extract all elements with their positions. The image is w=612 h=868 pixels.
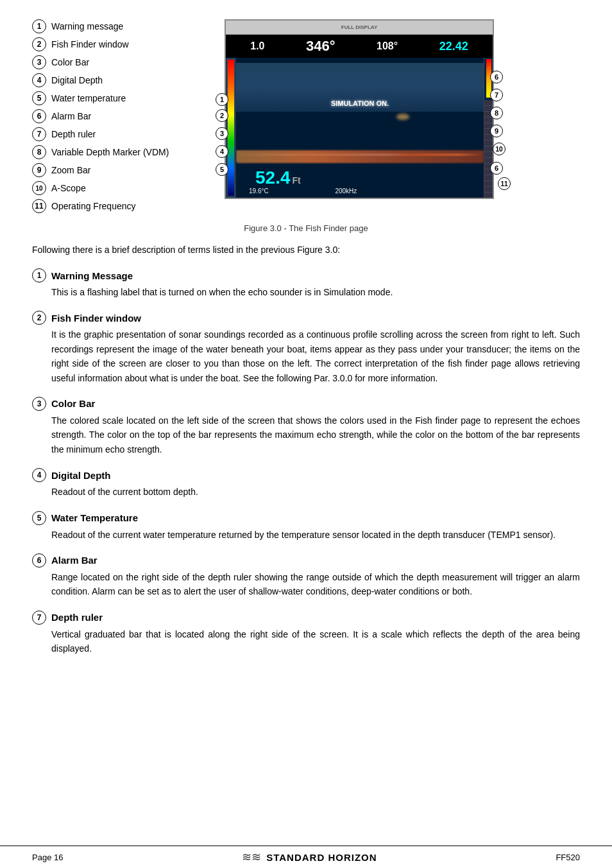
legend-num-10: 10 <box>32 181 46 195</box>
ff-bearing-val: 346° <box>306 38 336 55</box>
callout-5: 5 <box>216 163 228 176</box>
ff-main-sonar: SIMULATION ON. 52.4Ft 19.6°C 200kHz <box>236 58 484 198</box>
legend-num-7: 7 <box>32 127 46 141</box>
section-header-3: 3 Color Bar <box>32 397 580 411</box>
legend-item-10: 10A-Scope <box>32 181 212 195</box>
footer-model: FF520 <box>556 853 580 862</box>
section-body-5: Readout of the current water temperature… <box>51 528 580 542</box>
page-content: 1Warning message2Fish Finder window3Colo… <box>32 19 580 655</box>
sonar-bottom <box>236 150 484 163</box>
legend-label-11: Operating Frequency <box>51 201 136 211</box>
section-2: 2 Fish Finder window It is the graphic p… <box>32 311 580 385</box>
section-1: 1 Warning Message This is a flashing lab… <box>32 268 580 299</box>
legend-num-2: 2 <box>32 37 46 51</box>
legend-label-3: Color Bar <box>51 57 89 67</box>
footer-brand: STANDARD HORIZON <box>266 852 377 863</box>
ff-freq-display: 200kHz <box>335 187 357 195</box>
callout-8: 8 <box>490 107 503 119</box>
legend-label-1: Warning message <box>51 21 123 31</box>
section-title-1: Warning Message <box>51 270 133 281</box>
footer-logo: ≋≋ STANDARD HORIZON <box>242 850 377 864</box>
footer: Page 16 ≋≋ STANDARD HORIZON FF520 <box>0 846 612 868</box>
callout-9: 9 <box>490 125 503 137</box>
section-title-7: Depth ruler <box>51 612 103 623</box>
legend-label-4: Digital Depth <box>51 75 103 85</box>
legend-item-6: 6Alarm Bar <box>32 109 212 123</box>
section-num-7: 7 <box>32 611 46 625</box>
logo-waves-icon: ≋≋ <box>242 850 261 864</box>
ff-body: SIMULATION ON. 52.4Ft 19.6°C 200kHz <box>226 58 493 198</box>
section-title-2: Fish Finder window <box>51 313 141 324</box>
legend-item-11: 11Operating Frequency <box>32 199 212 213</box>
section-body-3: The colored scale located on the left si… <box>51 413 580 456</box>
ff-depth-display: 52.4Ft <box>255 168 301 188</box>
figure-caption: Figure 3.0 - The Fish Finder page <box>32 223 580 233</box>
legend-num-3: 3 <box>32 55 46 69</box>
callout-6a: 6 <box>490 71 503 83</box>
legend-num-4: 4 <box>32 73 46 87</box>
legend-item-3: 3Color Bar <box>32 55 212 69</box>
sections-container: 1 Warning Message This is a flashing lab… <box>32 268 580 655</box>
section-4: 4 Digital Depth Readout of the current b… <box>32 468 580 499</box>
section-num-5: 5 <box>32 511 46 525</box>
ff-header: FULL DISPLAY <box>226 21 493 35</box>
ff-screen: FULL DISPLAY 1.0 346° 108° 22.42 <box>225 19 494 199</box>
section-5: 5 Water Temperature Readout of the curre… <box>32 511 580 542</box>
section-header-6: 6 Alarm Bar <box>32 553 580 568</box>
legend-item-4: 4Digital Depth <box>32 73 212 87</box>
section-header-4: 4 Digital Depth <box>32 468 580 482</box>
legend-num-11: 11 <box>32 199 46 213</box>
section-body-7: Vertical graduated bar that is located a… <box>51 627 580 656</box>
legend-item-1: 1Warning message <box>32 19 212 33</box>
legend-item-8: 8Variable Depth Marker (VDM) <box>32 145 212 159</box>
legend-label-7: Depth ruler <box>51 129 96 139</box>
callout-4: 4 <box>216 145 228 158</box>
callout-7: 7 <box>490 89 503 101</box>
section-3: 3 Color Bar The colored scale located on… <box>32 397 580 456</box>
fish-finder-diagram: FULL DISPLAY 1.0 346° 108° 22.42 <box>225 19 494 199</box>
section-title-5: Water Temperature <box>51 512 138 523</box>
legend-num-1: 1 <box>32 19 46 33</box>
legend-label-9: Zoom Bar <box>51 165 90 175</box>
callout-2: 2 <box>216 109 228 122</box>
legend-num-5: 5 <box>32 91 46 105</box>
legend-item-5: 5Water temperature <box>32 91 212 105</box>
section-6: 6 Alarm Bar Range located on the right s… <box>32 553 580 599</box>
ff-freq-val: 108° <box>377 40 398 52</box>
section-num-2: 2 <box>32 311 46 325</box>
callout-11: 11 <box>498 177 511 190</box>
diagram-section: 1Warning message2Fish Finder window3Colo… <box>32 19 580 217</box>
legend-list: 1Warning message2Fish Finder window3Colo… <box>32 19 212 217</box>
section-title-3: Color Bar <box>51 398 95 409</box>
legend-label-2: Fish Finder window <box>51 39 129 49</box>
legend-item-2: 2Fish Finder window <box>32 37 212 51</box>
ff-color-bar <box>227 59 235 196</box>
section-7: 7 Depth ruler Vertical graduated bar tha… <box>32 611 580 656</box>
legend-num-6: 6 <box>32 109 46 123</box>
ff-sonar-bg: SIMULATION ON. 52.4Ft 19.6°C 200kHz <box>236 58 484 198</box>
footer-page: Page 16 <box>32 853 63 862</box>
section-header-1: 1 Warning Message <box>32 268 580 282</box>
section-num-1: 1 <box>32 268 46 282</box>
section-body-6: Range located on the right side of the d… <box>51 570 580 599</box>
section-num-6: 6 <box>32 553 46 568</box>
section-body-2: It is the graphic presentation of sonar … <box>51 327 580 385</box>
section-body-4: Readout of the current bottom depth. <box>51 485 580 499</box>
legend-label-8: Variable Depth Marker (VDM) <box>51 147 169 157</box>
section-num-3: 3 <box>32 397 46 411</box>
legend-num-9: 9 <box>32 163 46 177</box>
legend-item-7: 7Depth ruler <box>32 127 212 141</box>
sonar-fish <box>396 114 409 120</box>
callout-1: 1 <box>216 93 228 106</box>
callout-10: 10 <box>493 143 506 155</box>
section-num-4: 4 <box>32 468 46 482</box>
ff-depth-val: 1.0 <box>250 40 264 52</box>
section-header-5: 5 Water Temperature <box>32 511 580 525</box>
section-body-1: This is a flashing label that is turned … <box>51 285 580 299</box>
ff-sog-val: 22.42 <box>439 40 468 53</box>
ff-simulation-text: SIMULATION ON. <box>331 100 389 107</box>
intro-text: Following there is a brief description o… <box>32 243 580 257</box>
ff-temp: 19.6°C <box>249 187 269 195</box>
legend-num-8: 8 <box>32 145 46 159</box>
section-header-2: 2 Fish Finder window <box>32 311 580 325</box>
